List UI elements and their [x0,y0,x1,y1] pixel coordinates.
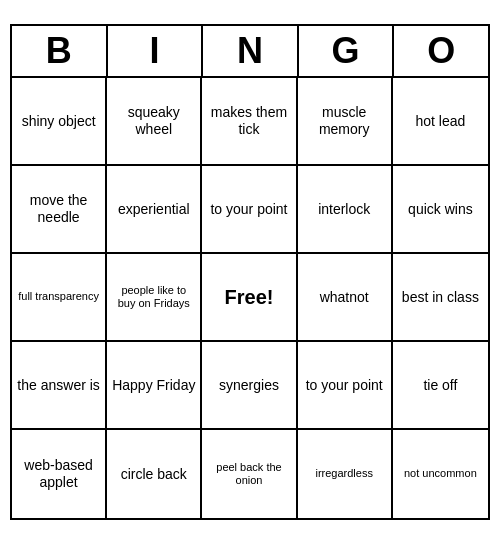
bingo-cell[interactable]: experiential [107,166,202,254]
header-letter: B [12,26,108,76]
bingo-cell[interactable]: Free! [202,254,297,342]
bingo-cell[interactable]: the answer is [12,342,107,430]
bingo-cell[interactable]: people like to buy on Fridays [107,254,202,342]
bingo-cell[interactable]: move the needle [12,166,107,254]
bingo-cell[interactable]: to your point [202,166,297,254]
bingo-cell[interactable]: hot lead [393,78,488,166]
bingo-cell[interactable]: makes them tick [202,78,297,166]
header-letter: O [394,26,488,76]
bingo-cell[interactable]: peel back the onion [202,430,297,518]
bingo-cell[interactable]: quick wins [393,166,488,254]
bingo-grid: shiny objectsqueaky wheelmakes them tick… [12,78,488,518]
bingo-card: BINGO shiny objectsqueaky wheelmakes the… [10,24,490,520]
bingo-cell[interactable]: web-based applet [12,430,107,518]
bingo-cell[interactable]: interlock [298,166,393,254]
bingo-cell[interactable]: circle back [107,430,202,518]
bingo-cell[interactable]: to your point [298,342,393,430]
header-letter: G [299,26,395,76]
header-letter: I [108,26,204,76]
header-letter: N [203,26,299,76]
header-row: BINGO [12,26,488,78]
bingo-cell[interactable]: irregardless [298,430,393,518]
bingo-cell[interactable]: shiny object [12,78,107,166]
bingo-cell[interactable]: muscle memory [298,78,393,166]
bingo-cell[interactable]: synergies [202,342,297,430]
bingo-cell[interactable]: not uncommon [393,430,488,518]
bingo-cell[interactable]: tie off [393,342,488,430]
bingo-cell[interactable]: whatnot [298,254,393,342]
bingo-cell[interactable]: squeaky wheel [107,78,202,166]
bingo-cell[interactable]: full transparency [12,254,107,342]
bingo-cell[interactable]: Happy Friday [107,342,202,430]
bingo-cell[interactable]: best in class [393,254,488,342]
